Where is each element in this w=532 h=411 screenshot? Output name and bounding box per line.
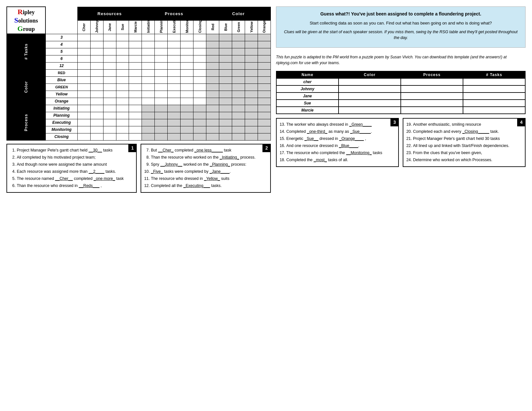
cell <box>142 34 155 41</box>
clue-1-3: And though none were assigned the same a… <box>17 161 132 168</box>
cell <box>103 83 116 91</box>
cell <box>103 34 116 41</box>
cell-blocked <box>181 119 193 126</box>
cell-blocked <box>219 48 232 55</box>
cell <box>193 98 206 105</box>
clues-section: 1 Project Manager Pete's gantt chart hel… <box>6 144 271 193</box>
clue-box-1: 1 Project Manager Pete's gantt chart hel… <box>6 144 137 193</box>
sum-header-process: Process <box>401 71 463 78</box>
cell-blocked <box>258 98 271 105</box>
cell <box>116 119 129 126</box>
cell-blocked <box>193 119 206 126</box>
clue-1-6: Than the resource who dressed in __Reds_… <box>17 182 132 189</box>
process-row-closing-label: Closing <box>45 133 77 140</box>
cell <box>116 76 129 83</box>
cell-blocked <box>232 105 245 112</box>
tasks-row-3-label: 3 <box>45 34 77 41</box>
clue-2-12: Completed all the _Executing___ tasks. <box>151 182 266 189</box>
cell-blocked <box>168 105 181 112</box>
cell-blocked <box>232 112 245 119</box>
clue-3-18: Completed the _most_ tasks of all. <box>286 157 394 163</box>
cell <box>181 55 193 62</box>
cell <box>129 76 142 83</box>
cell <box>116 112 129 119</box>
cell-blocked <box>206 69 219 76</box>
cell-blocked <box>219 62 232 69</box>
clue-3-13: The worker who always dressed in _Green_… <box>286 121 394 128</box>
cell <box>116 69 129 76</box>
clue-1-2: All completed by his motivated project t… <box>17 154 132 161</box>
clue-list-1: Project Manager Pete's gantt chart held … <box>11 147 132 189</box>
cell <box>90 83 103 91</box>
cell-blocked <box>258 133 271 140</box>
cell-blocked <box>232 62 245 69</box>
clue-3-15: Energetic _Sue__ dressed in _Orange____ … <box>286 135 394 142</box>
cell <box>142 83 155 91</box>
cell-blocked <box>206 48 219 55</box>
sum-row-cher-color <box>339 78 401 85</box>
cell <box>103 69 116 76</box>
cell-blocked <box>245 133 258 140</box>
sum-row-sue-name: Sue <box>276 100 339 107</box>
col-executing: Executing <box>168 20 181 34</box>
color-row-yellow-label: Yellow <box>45 91 77 98</box>
sum-row-cher-process <box>401 78 463 85</box>
clue-1-5: The resource named __Cher__ completed _o… <box>17 175 132 182</box>
cell <box>193 62 206 69</box>
cell-blocked <box>193 112 206 119</box>
cell <box>77 69 90 76</box>
cell <box>90 76 103 83</box>
cell <box>116 91 129 98</box>
cell <box>168 55 181 62</box>
cell <box>103 133 116 140</box>
cell <box>77 55 90 62</box>
cell <box>116 133 129 140</box>
sum-row-jane-color <box>339 93 401 100</box>
cell <box>142 69 155 76</box>
cell-blocked <box>258 119 271 126</box>
cell <box>77 98 90 105</box>
col-monitoring: Monitoring <box>181 20 193 34</box>
cell-blocked <box>168 133 181 140</box>
cell <box>193 91 206 98</box>
col-jane: Jane <box>103 20 116 34</box>
cell <box>168 41 181 48</box>
cell <box>142 55 155 62</box>
cell <box>193 34 206 41</box>
cell-blocked <box>219 69 232 76</box>
cell-blocked <box>219 119 232 126</box>
cell <box>116 41 129 48</box>
cell-blocked <box>219 133 232 140</box>
cell-blocked <box>206 41 219 48</box>
cell-blocked <box>168 126 181 133</box>
cell-blocked <box>155 126 168 133</box>
cell <box>77 34 90 41</box>
cell <box>103 119 116 126</box>
cell <box>129 62 142 69</box>
cell <box>90 105 103 112</box>
cell <box>90 55 103 62</box>
summary-table: Name Color Process # Tasks cher Johnny J… <box>276 71 526 114</box>
cell <box>90 62 103 69</box>
col-marcie: Marcie <box>129 20 142 34</box>
cell <box>77 112 90 119</box>
cell-blocked <box>193 105 206 112</box>
color-section-label: Color <box>7 69 45 105</box>
logo: Ripley Solutions Group <box>8 8 44 33</box>
cell-blocked <box>181 133 193 140</box>
cell <box>103 126 116 133</box>
sum-row-johnny-tasks <box>463 85 525 93</box>
clue-1-4: Each resource was assigned more than __2… <box>17 168 132 175</box>
cell <box>103 55 116 62</box>
cell-blocked <box>232 119 245 126</box>
col-initiating: Initiating <box>142 20 155 34</box>
cell <box>103 48 116 55</box>
cell <box>193 41 206 48</box>
cell-blocked <box>219 76 232 83</box>
cell-blocked <box>181 112 193 119</box>
cell-blocked <box>258 112 271 119</box>
credit-text: This fun puzzle is adapted to the PM wor… <box>276 54 526 66</box>
clue-3-14: Completed _one-third_ as many as _Sue___… <box>286 128 394 135</box>
cell-blocked <box>258 105 271 112</box>
left-section: Ripley Solutions Group Resources Process… <box>6 6 271 193</box>
